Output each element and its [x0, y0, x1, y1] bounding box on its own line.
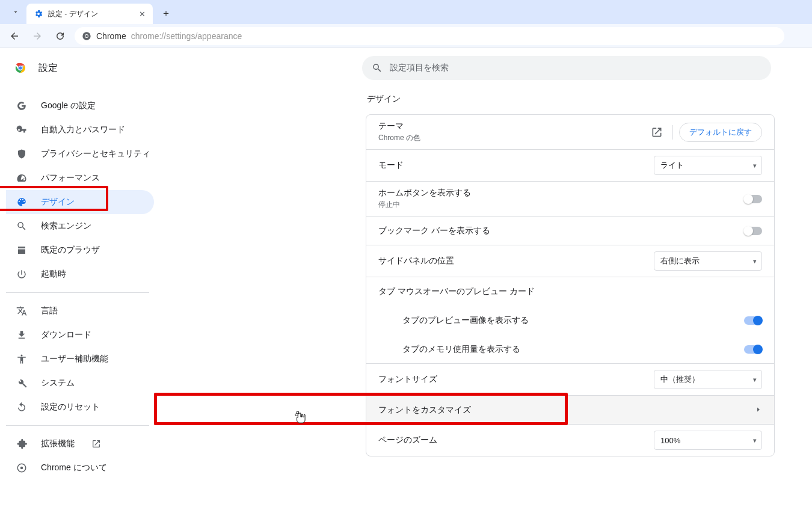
settings-main: デザイン テーマ Chrome の色 デフォルトに戻す モード ライト ホームボ — [156, 88, 812, 480]
extension-icon — [16, 438, 28, 450]
row-title: タブのメモリ使用量を表示する — [402, 344, 520, 355]
google-g-icon — [16, 100, 28, 112]
row-tab-hover: タブ マウスオーバーのプレビュー カード — [366, 277, 774, 306]
row-subtitle: 停止中 — [378, 200, 471, 210]
settings-sidebar: Google の設定 自動入力とパスワード プライバシーとセキュリティ パフォー… — [0, 88, 156, 480]
sidebar-item-accessibility[interactable]: ユーザー補助機能 — [6, 347, 154, 371]
sidebar-item-label: 既定のブラウザ — [41, 245, 100, 256]
sidebar-item-label: Google の設定 — [41, 100, 96, 111]
back-button[interactable] — [6, 28, 23, 45]
url-text: chrome://settings/appearance — [131, 31, 242, 41]
sidebar-item-label: 言語 — [41, 306, 58, 316]
browser-tab[interactable]: 設定 - デザイン ✕ — [26, 4, 153, 24]
row-tab-memory: タブのメモリ使用量を表示する — [366, 335, 774, 364]
sidebar-item-label: 設定のリセット — [41, 402, 100, 413]
select-value: 中（推奨） — [660, 374, 700, 385]
row-subtitle: Chrome の色 — [378, 133, 420, 143]
open-in-new-icon — [651, 126, 663, 138]
sidebar-item-about[interactable]: Chrome について — [6, 456, 154, 480]
svg-rect-8 — [297, 411, 299, 414]
row-home-button: ホームボタンを表示する 停止中 — [366, 182, 774, 217]
sidebar-item-on-startup[interactable]: 起動時 — [6, 262, 154, 286]
row-side-panel: サイドパネルの位置 右側に表示 — [366, 245, 774, 277]
chevron-down-icon — [12, 8, 19, 16]
sidebar-item-label: 起動時 — [41, 269, 66, 280]
row-title: タブのプレビュー画像を表示する — [402, 315, 529, 326]
sidebar-item-appearance[interactable]: デザイン — [6, 190, 154, 214]
sidebar-item-reset[interactable]: 設定のリセット — [6, 395, 154, 419]
sidebar-item-privacy[interactable]: プライバシーとセキュリティ — [6, 142, 154, 166]
sidebar-item-label: ユーザー補助機能 — [41, 354, 108, 364]
arrow-left-icon — [9, 31, 20, 41]
search-icon — [372, 63, 383, 73]
new-tab-button[interactable]: ＋ — [158, 5, 174, 22]
sidebar-item-label: デザイン — [41, 197, 75, 207]
page-zoom-select[interactable]: 100% — [654, 431, 762, 450]
chrome-logo-icon — [13, 61, 28, 75]
settings-search[interactable]: 設定項目を検索 — [362, 56, 771, 80]
row-theme: テーマ Chrome の色 デフォルトに戻す — [366, 115, 774, 150]
settings-title: 設定 — [38, 62, 58, 75]
tab-memory-toggle[interactable] — [744, 345, 762, 354]
row-page-zoom: ページのズーム 100% — [366, 425, 774, 456]
button-label: デフォルトに戻す — [689, 127, 752, 138]
sidebar-item-performance[interactable]: パフォーマンス — [6, 166, 154, 190]
row-title: ブックマーク バーを表示する — [378, 226, 490, 236]
wrench-icon — [16, 377, 28, 389]
side-panel-select[interactable]: 右側に表示 — [654, 251, 762, 271]
sidebar-divider — [6, 292, 149, 293]
sidebar-item-autofill[interactable]: 自動入力とパスワード — [6, 118, 154, 142]
settings-brand: 設定 — [0, 61, 201, 75]
arrow-right-icon — [32, 31, 43, 41]
tab-search-button[interactable] — [8, 5, 23, 19]
accessibility-icon — [16, 353, 28, 365]
row-customize-fonts[interactable]: フォントをカスタマイズ — [366, 396, 774, 425]
mode-select[interactable]: ライト — [654, 156, 762, 175]
sidebar-item-default-browser[interactable]: 既定のブラウザ — [6, 238, 154, 262]
mouse-cursor-icon — [295, 411, 306, 425]
sidebar-divider — [6, 425, 149, 426]
sidebar-item-label: プライバシーとセキュリティ — [41, 149, 150, 159]
close-tab-button[interactable]: ✕ — [139, 10, 146, 19]
tab-preview-toggle[interactable] — [744, 316, 762, 325]
select-value: 右側に表示 — [660, 256, 700, 266]
row-title: ホームボタンを表示する — [378, 188, 471, 198]
restore-icon — [16, 401, 28, 413]
settings-body: Google の設定 自動入力とパスワード プライバシーとセキュリティ パフォー… — [0, 88, 812, 480]
sidebar-item-search-engine[interactable]: 検索エンジン — [6, 214, 154, 238]
search-icon — [16, 220, 28, 232]
chrome-icon — [16, 462, 28, 474]
chevron-right-icon — [755, 405, 762, 415]
row-bookmarks-bar: ブックマーク バーを表示する — [366, 217, 774, 245]
reset-theme-button[interactable]: デフォルトに戻す — [679, 123, 762, 142]
select-value: ライト — [660, 160, 684, 171]
power-icon — [16, 268, 28, 280]
row-font-size: フォントサイズ 中（推奨） — [366, 364, 774, 396]
sidebar-item-extensions[interactable]: 拡張機能 — [6, 432, 154, 456]
sidebar-item-downloads[interactable]: ダウンロード — [6, 323, 154, 347]
bookmarks-bar-toggle[interactable] — [744, 227, 762, 235]
home-button-toggle[interactable] — [744, 195, 762, 203]
sidebar-item-label: パフォーマンス — [41, 173, 100, 183]
font-size-select[interactable]: 中（推奨） — [654, 370, 762, 389]
browser-toolbar: Chrome chrome://settings/appearance — [0, 24, 812, 48]
forward-button[interactable] — [29, 28, 46, 45]
reload-button[interactable] — [52, 28, 69, 45]
sidebar-item-label: システム — [41, 378, 75, 389]
sidebar-item-system[interactable]: システム — [6, 371, 154, 395]
sidebar-item-languages[interactable]: 言語 — [6, 299, 154, 323]
row-tab-preview: タブのプレビュー画像を表示する — [366, 306, 774, 335]
open-theme-button[interactable] — [647, 123, 666, 142]
tab-title: 設定 - デザイン — [48, 9, 98, 19]
search-placeholder: 設定項目を検索 — [390, 63, 449, 73]
row-mode: モード ライト — [366, 150, 774, 182]
sidebar-item-google[interactable]: Google の設定 — [6, 94, 154, 118]
reload-icon — [55, 31, 66, 41]
site-info[interactable]: Chrome — [82, 31, 126, 41]
address-bar[interactable]: Chrome chrome://settings/appearance — [75, 27, 784, 45]
section-title: デザイン — [367, 94, 812, 105]
speedometer-icon — [16, 172, 28, 184]
sidebar-item-label: 自動入力とパスワード — [41, 124, 125, 135]
browser-icon — [16, 244, 28, 256]
appearance-card: テーマ Chrome の色 デフォルトに戻す モード ライト ホームボタンを表示… — [366, 114, 775, 456]
